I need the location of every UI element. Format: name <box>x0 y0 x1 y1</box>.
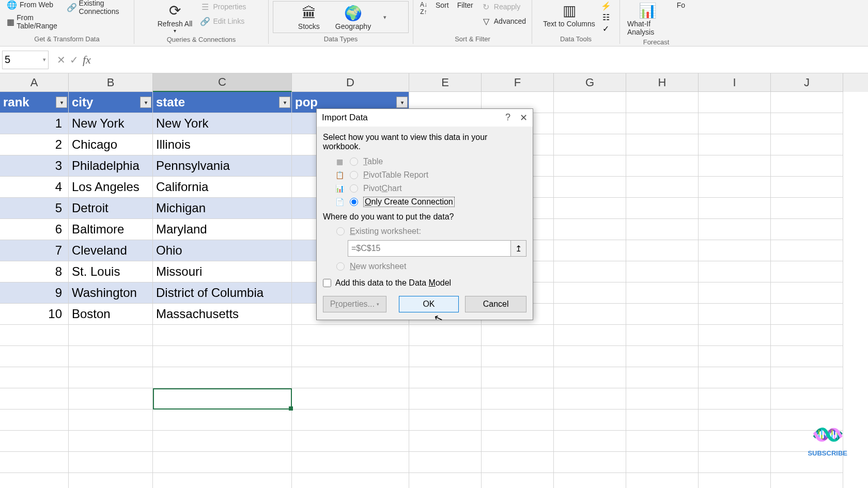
cell[interactable]: 4 <box>0 177 69 198</box>
cell[interactable] <box>554 346 626 367</box>
fx-icon[interactable]: fx <box>83 53 91 67</box>
cell[interactable] <box>626 92 699 113</box>
cell[interactable]: 8 <box>0 261 69 282</box>
table-header-city[interactable]: city▾ <box>69 92 153 113</box>
cell[interactable]: 6 <box>0 219 69 240</box>
properties-button[interactable]: ☰Properties <box>197 0 248 13</box>
remove-dup-icon[interactable]: ☷ <box>600 11 612 23</box>
cell[interactable] <box>69 325 153 346</box>
cell[interactable] <box>699 346 771 367</box>
cell[interactable] <box>771 304 843 325</box>
cell[interactable] <box>0 410 69 431</box>
cell[interactable] <box>409 452 482 473</box>
cell[interactable] <box>699 304 771 325</box>
cell[interactable] <box>554 113 626 134</box>
cell[interactable]: Ohio <box>153 240 292 261</box>
cell[interactable]: 1 <box>0 113 69 134</box>
name-box[interactable]: 5▾ <box>2 51 49 69</box>
cell[interactable] <box>292 325 409 346</box>
cell[interactable] <box>292 410 409 431</box>
cell[interactable]: Los Angeles <box>69 177 153 198</box>
col-header-f[interactable]: F <box>482 73 554 92</box>
filter-button[interactable]: Filter <box>454 0 476 10</box>
radio-only-connection-label[interactable]: Only Create Connection <box>363 197 455 207</box>
cell[interactable] <box>626 113 699 134</box>
cell[interactable] <box>554 410 626 431</box>
cell[interactable]: Detroit <box>69 198 153 219</box>
advanced-button[interactable]: ▽Advanced <box>478 14 528 28</box>
cell[interactable] <box>699 92 771 113</box>
text-to-columns-button[interactable]: ▥Text to Columns <box>540 0 598 29</box>
cancel-button[interactable]: Cancel <box>465 296 526 312</box>
cell[interactable] <box>69 410 153 431</box>
cell[interactable] <box>699 452 771 473</box>
cell[interactable]: Cleveland <box>69 240 153 261</box>
cell[interactable]: California <box>153 177 292 198</box>
cell[interactable] <box>554 431 626 452</box>
cell[interactable] <box>699 388 771 410</box>
cell[interactable] <box>153 325 292 346</box>
col-header-c[interactable]: C <box>153 73 292 92</box>
cell[interactable] <box>69 431 153 452</box>
cell[interactable] <box>482 452 554 473</box>
col-header-i[interactable]: I <box>699 73 771 92</box>
cell[interactable] <box>292 346 409 367</box>
cell[interactable] <box>482 410 554 431</box>
cell[interactable] <box>626 325 699 346</box>
cell[interactable] <box>699 410 771 431</box>
cell[interactable] <box>771 240 843 261</box>
sort-az-button[interactable]: A↓Z↑ <box>417 0 430 17</box>
cell[interactable]: 5 <box>0 198 69 219</box>
cell[interactable] <box>626 240 699 261</box>
cell[interactable] <box>554 240 626 261</box>
col-header-d[interactable]: D <box>292 73 409 92</box>
cell[interactable] <box>771 198 843 219</box>
cell[interactable] <box>699 282 771 304</box>
cell[interactable] <box>626 219 699 240</box>
cell[interactable]: Philadelphia <box>69 155 153 177</box>
cell[interactable] <box>409 367 482 388</box>
col-header-b[interactable]: B <box>69 73 153 92</box>
cell[interactable] <box>292 452 409 473</box>
cell[interactable] <box>482 388 554 410</box>
cell[interactable] <box>482 431 554 452</box>
cell[interactable] <box>409 431 482 452</box>
from-web-button[interactable]: 🌐From Web <box>4 0 63 11</box>
cell[interactable]: 2 <box>0 134 69 155</box>
geography-button[interactable]: 🌍Geography <box>332 3 374 32</box>
cell[interactable] <box>554 198 626 219</box>
cell[interactable] <box>626 410 699 431</box>
cell[interactable]: Washington <box>69 282 153 304</box>
cell[interactable] <box>0 388 69 410</box>
filter-dropdown-icon[interactable]: ▾ <box>279 97 290 108</box>
cell[interactable] <box>554 219 626 240</box>
cell[interactable] <box>554 261 626 282</box>
cell[interactable] <box>554 282 626 304</box>
cell[interactable] <box>554 155 626 177</box>
cell[interactable]: Massachusetts <box>153 304 292 325</box>
cell[interactable]: Baltimore <box>69 219 153 240</box>
col-header-e[interactable]: E <box>409 73 482 92</box>
cell[interactable] <box>771 282 843 304</box>
cell[interactable]: Illinois <box>153 134 292 155</box>
cell[interactable] <box>771 261 843 282</box>
cell[interactable] <box>0 367 69 388</box>
cell[interactable] <box>409 325 482 346</box>
cell[interactable] <box>771 155 843 177</box>
dialog-titlebar[interactable]: Import Data ? ✕ <box>317 109 533 127</box>
cell[interactable]: 10 <box>0 304 69 325</box>
cell[interactable] <box>771 367 843 388</box>
col-header-h[interactable]: H <box>626 73 699 92</box>
cell[interactable]: Chicago <box>69 134 153 155</box>
cell[interactable] <box>771 134 843 155</box>
cell[interactable] <box>409 410 482 431</box>
properties-button[interactable]: Properties... <box>323 296 386 312</box>
cell[interactable] <box>0 346 69 367</box>
cell[interactable] <box>699 261 771 282</box>
cell[interactable] <box>153 346 292 367</box>
cell[interactable] <box>69 473 153 488</box>
cell[interactable] <box>292 388 409 410</box>
cell[interactable]: St. Louis <box>69 261 153 282</box>
cell[interactable] <box>554 134 626 155</box>
cell[interactable] <box>626 155 699 177</box>
